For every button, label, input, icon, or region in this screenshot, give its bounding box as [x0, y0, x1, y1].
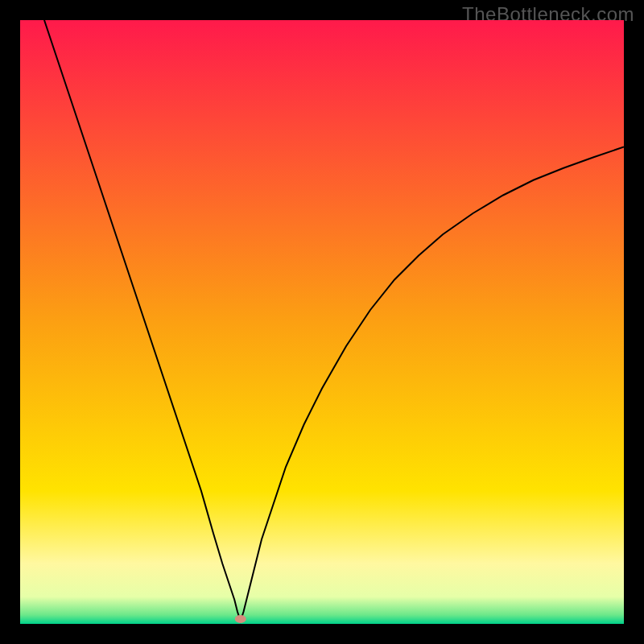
optimal-point-marker: [235, 615, 246, 623]
gradient-background: [20, 20, 624, 624]
plot-area: [20, 20, 624, 624]
chart-frame: TheBottleneck.com: [0, 0, 644, 644]
bottleneck-chart: [20, 20, 624, 624]
